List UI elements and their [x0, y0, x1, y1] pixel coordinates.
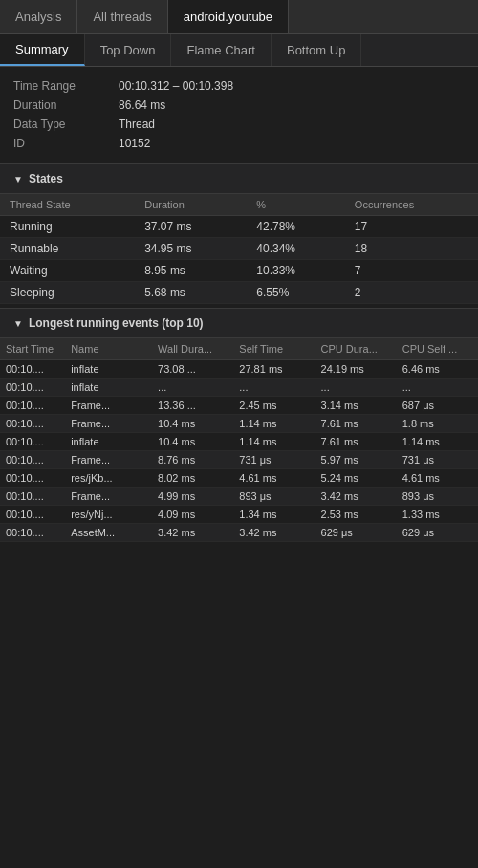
duration-value: 86.64 ms	[119, 98, 165, 112]
time-range-label: Time Range	[13, 79, 119, 93]
event-cell-cpu-dur: 3.14 ms	[315, 397, 397, 415]
top-nav-android-youtube[interactable]: android.youtube	[168, 0, 289, 33]
event-cell-cpu-dur: 7.61 ms	[315, 415, 397, 433]
time-range-value: 00:10.312 – 00:10.398	[119, 79, 233, 93]
events-table-row: 00:10.... inflate ... ... ... ...	[0, 379, 478, 397]
event-cell-name: inflate	[65, 360, 152, 379]
event-cell-name: inflate	[65, 379, 152, 397]
event-cell-cpu-dur: 7.61 ms	[315, 433, 397, 451]
states-table-row: Waiting 8.95 ms 10.33% 7	[0, 260, 478, 282]
events-col-start: Start Time	[0, 338, 65, 360]
event-cell-cpu-dur: 5.24 ms	[315, 469, 397, 488]
events-table-row: 00:10.... Frame... 8.76 ms 731 μs 5.97 m…	[0, 451, 478, 469]
event-cell-cpu-self: 629 μs	[397, 524, 478, 542]
event-cell-cpu-self: 1.33 ms	[397, 506, 478, 524]
event-cell-cpu-self: 4.61 ms	[397, 469, 478, 488]
top-nav-analysis[interactable]: Analysis	[0, 0, 77, 33]
event-cell-start: 00:10....	[0, 469, 65, 488]
states-table-header-row: Thread State Duration % Occurrences	[0, 194, 478, 216]
events-table-row: 00:10.... inflate 73.08 ... 27.81 ms 24.…	[0, 360, 478, 379]
events-table-row: 00:10.... res/jKb... 8.02 ms 4.61 ms 5.2…	[0, 469, 478, 488]
event-cell-cpu-dur: 2.53 ms	[315, 506, 397, 524]
state-cell-state: Waiting	[0, 260, 135, 282]
state-cell-state: Running	[0, 216, 135, 238]
event-cell-cpu-dur: ...	[315, 379, 397, 397]
events-table-container: Start Time Name Wall Dura... Self Time C…	[0, 338, 478, 542]
states-col-percent: %	[247, 194, 345, 216]
event-cell-start: 00:10....	[0, 397, 65, 415]
event-cell-name: inflate	[65, 433, 152, 451]
event-cell-self: 893 μs	[233, 488, 315, 506]
events-col-self: Self Time	[233, 338, 315, 360]
event-cell-wall: 13.36 ...	[152, 397, 233, 415]
states-col-duration: Duration	[135, 194, 247, 216]
duration-row: Duration 86.64 ms	[13, 96, 465, 115]
events-table-row: 00:10.... inflate 10.4 ms 1.14 ms 7.61 m…	[0, 433, 478, 451]
event-cell-wall: 10.4 ms	[152, 433, 233, 451]
events-table-row: 00:10.... Frame... 13.36 ... 2.45 ms 3.1…	[0, 397, 478, 415]
state-cell-percent: 10.33%	[247, 260, 345, 282]
id-label: ID	[13, 137, 119, 150]
states-table: Thread State Duration % Occurrences Runn…	[0, 194, 478, 304]
states-table-row: Running 37.07 ms 42.78% 17	[0, 216, 478, 238]
events-col-cpu-self: CPU Self ...	[397, 338, 478, 360]
top-nav-all-threads[interactable]: All threads	[77, 0, 167, 33]
event-cell-wall: 8.02 ms	[152, 469, 233, 488]
data-type-label: Data Type	[13, 118, 119, 131]
tab-top-down[interactable]: Top Down	[85, 34, 172, 66]
event-cell-name: Frame...	[65, 397, 152, 415]
data-type-value: Thread	[119, 118, 155, 131]
event-cell-cpu-dur: 629 μs	[315, 524, 397, 542]
events-section-header[interactable]: ▼ Longest running events (top 10)	[0, 308, 478, 338]
event-cell-name: res/yNj...	[65, 506, 152, 524]
top-nav: Analysis All threads android.youtube	[0, 0, 478, 34]
event-cell-wall: 4.99 ms	[152, 488, 233, 506]
event-cell-cpu-self: ...	[397, 379, 478, 397]
event-cell-start: 00:10....	[0, 524, 65, 542]
event-cell-start: 00:10....	[0, 433, 65, 451]
event-cell-start: 00:10....	[0, 379, 65, 397]
state-cell-occurrences: 2	[345, 282, 478, 304]
tab-flame-chart[interactable]: Flame Chart	[171, 34, 272, 66]
event-cell-wall: 10.4 ms	[152, 415, 233, 433]
states-col-occurrences: Occurrences	[345, 194, 478, 216]
states-table-row: Runnable 34.95 ms 40.34% 18	[0, 238, 478, 260]
event-cell-self: 731 μs	[233, 451, 315, 469]
event-cell-self: ...	[233, 379, 315, 397]
info-section: Time Range 00:10.312 – 00:10.398 Duratio…	[0, 67, 478, 163]
id-value: 10152	[119, 137, 150, 150]
duration-label: Duration	[13, 98, 119, 112]
state-cell-duration: 5.68 ms	[135, 282, 247, 304]
state-cell-duration: 8.95 ms	[135, 260, 247, 282]
states-section-header[interactable]: ▼ States	[0, 163, 478, 194]
event-cell-cpu-dur: 5.97 ms	[315, 451, 397, 469]
event-cell-self: 3.42 ms	[233, 524, 315, 542]
state-cell-occurrences: 17	[345, 216, 478, 238]
states-table-container: Thread State Duration % Occurrences Runn…	[0, 194, 478, 304]
tab-summary[interactable]: Summary	[0, 34, 85, 66]
id-row: ID 10152	[13, 134, 465, 153]
states-col-state: Thread State	[0, 194, 135, 216]
event-cell-self: 4.61 ms	[233, 469, 315, 488]
event-cell-wall: 73.08 ...	[152, 360, 233, 379]
state-cell-duration: 34.95 ms	[135, 238, 247, 260]
event-cell-cpu-self: 731 μs	[397, 451, 478, 469]
event-cell-name: AssetM...	[65, 524, 152, 542]
event-cell-cpu-dur: 3.42 ms	[315, 488, 397, 506]
event-cell-wall: 8.76 ms	[152, 451, 233, 469]
data-type-row: Data Type Thread	[13, 115, 465, 134]
event-cell-wall: ...	[152, 379, 233, 397]
event-cell-cpu-dur: 24.19 ms	[315, 360, 397, 379]
tab-bottom-up[interactable]: Bottom Up	[272, 34, 361, 66]
event-cell-self: 1.14 ms	[233, 433, 315, 451]
state-cell-duration: 37.07 ms	[135, 216, 247, 238]
event-cell-start: 00:10....	[0, 451, 65, 469]
events-table-header-row: Start Time Name Wall Dura... Self Time C…	[0, 338, 478, 360]
events-col-cpu-dur: CPU Dura...	[315, 338, 397, 360]
events-table-row: 00:10.... Frame... 4.99 ms 893 μs 3.42 m…	[0, 488, 478, 506]
states-table-row: Sleeping 5.68 ms 6.55% 2	[0, 282, 478, 304]
state-cell-percent: 40.34%	[247, 238, 345, 260]
state-cell-percent: 42.78%	[247, 216, 345, 238]
events-table-row: 00:10.... AssetM... 3.42 ms 3.42 ms 629 …	[0, 524, 478, 542]
event-cell-cpu-self: 6.46 ms	[397, 360, 478, 379]
